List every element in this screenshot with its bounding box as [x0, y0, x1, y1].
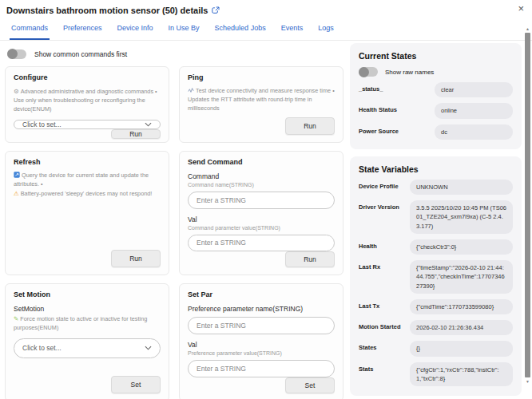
chevron-down-icon	[145, 122, 152, 127]
health-status-value: online	[435, 103, 513, 118]
tab-logs[interactable]: Logs	[316, 19, 335, 40]
signal-icon	[188, 87, 194, 93]
state-row: Health Status online	[359, 103, 513, 118]
command-field-hint: Command name(STRING)	[188, 182, 335, 188]
scroll-down-icon[interactable]: ▼	[524, 379, 531, 384]
pencil-icon: ✎	[14, 315, 18, 322]
warning-icon: ⚠	[14, 190, 19, 197]
dialog-header: Downstairs bathroom motion sensor (50) d…	[0, 0, 532, 18]
show-raw-names-toggle[interactable]	[359, 67, 378, 77]
external-link-icon[interactable]	[212, 6, 220, 14]
close-icon[interactable]: ×	[518, 3, 524, 14]
show-raw-names-label: Show raw names	[385, 69, 434, 76]
set-motion-select[interactable]: Click to set...	[14, 338, 161, 358]
refresh-title: Refresh	[14, 158, 161, 166]
send-command-title: Send Command	[188, 158, 335, 166]
refresh-description: Query the device for current state and u…	[14, 172, 161, 199]
chevron-down-icon	[145, 346, 152, 350]
set-par-set-button[interactable]: Set	[285, 377, 335, 393]
stats-value: {"cfgCtr":1,"rxCtr":788,"instCtr":1,"txC…	[410, 362, 513, 387]
ping-title: Ping	[188, 73, 335, 81]
send-command-run-button[interactable]: Run	[285, 251, 335, 267]
ping-run-button[interactable]: Run	[285, 117, 335, 135]
states-value: {}	[410, 341, 513, 356]
configure-description: ⚙Advanced administrative and diagnostic …	[14, 87, 161, 114]
last-tx-value: {"cmdTime":1770733599080}	[410, 299, 513, 314]
par-value-input[interactable]	[188, 360, 335, 377]
set-motion-title: Set Motion	[14, 290, 161, 298]
ping-card: Ping Test device connectivity and measur…	[179, 66, 343, 143]
command-field-label: Command	[188, 172, 335, 180]
state-variable-row: Last Rx {"timeStamp":"2026-02-10 21:44:4…	[359, 260, 513, 294]
vertical-scrollbar[interactable]: ▲ ▼	[524, 26, 531, 398]
set-motion-select-placeholder: Click to set...	[22, 344, 62, 352]
page-title: Downstairs bathroom motion sensor (50) d…	[6, 6, 208, 15]
last-rx-value: {"timeStamp":"2026-02-10 21:44:44.755","…	[410, 260, 513, 294]
set-motion-card: Set Motion SetMotion ✎Force motion state…	[5, 283, 169, 399]
command-cards-grid: Configure ⚙Advanced administrative and d…	[5, 66, 343, 399]
state-variable-row: Motion Started 2026-02-10 21:26:36.434	[359, 320, 513, 335]
tab-in-use-by[interactable]: In Use By	[167, 19, 201, 40]
driver-version-value: 3.5.5 2025/10/20 10:45 PM (TS0601_TZE204…	[410, 200, 513, 234]
par-name-input[interactable]	[188, 317, 335, 334]
par-val-hint: Preference parameter value(STRING)	[188, 350, 335, 356]
tab-preferences[interactable]: Preferences	[62, 19, 104, 40]
state-row: Power Source dc	[359, 124, 513, 140]
set-motion-description: ✎Force motion state to active or inactiv…	[14, 314, 161, 333]
val-field-hint: Command parameter value(STRING)	[188, 225, 335, 231]
set-motion-label: SetMotion	[14, 305, 161, 313]
scroll-up-icon[interactable]: ▲	[524, 26, 531, 31]
configure-card: Configure ⚙Advanced administrative and d…	[5, 66, 169, 143]
state-variable-row: Stats {"cfgCtr":1,"rxCtr":788,"instCtr":…	[359, 362, 513, 387]
set-par-card: Set Par Preference parameter name(STRING…	[179, 283, 343, 399]
tab-commands[interactable]: Commands	[10, 19, 50, 40]
configure-run-button[interactable]: Run	[111, 129, 161, 139]
scrollbar-thumb[interactable]	[525, 33, 530, 377]
par-name-label: Preference parameter name(STRING)	[188, 305, 335, 313]
refresh-icon	[14, 172, 20, 178]
show-common-commands-row: Show common commands first	[7, 48, 343, 60]
current-states-title: Current States	[359, 51, 513, 61]
configure-title: Configure	[14, 73, 161, 81]
set-par-title: Set Par	[188, 290, 335, 298]
state-variables-panel: State Variables Device Profile UNKNOWN D…	[350, 156, 522, 396]
send-command-card: Send Command Command Command name(STRING…	[179, 151, 343, 275]
state-variable-row: States {}	[359, 341, 513, 356]
show-common-commands-toggle[interactable]	[7, 49, 26, 59]
current-states-panel: Current States Show raw names _status_ c…	[350, 43, 522, 149]
state-variables-title: State Variables	[359, 164, 513, 174]
status-value: clear	[435, 82, 513, 97]
show-raw-names-row: Show raw names	[359, 67, 513, 77]
par-val-label: Val	[188, 341, 335, 349]
state-variable-row: Health {"checkCtr3":0}	[359, 239, 513, 255]
gear-icon: ⚙	[14, 88, 19, 95]
state-row: _status_ clear	[359, 82, 513, 97]
device-profile-value: UNKNOWN	[410, 180, 513, 195]
state-variable-row: Last Tx {"cmdTime":1770733599080}	[359, 299, 513, 314]
state-variable-row: Driver Version 3.5.5 2025/10/20 10:45 PM…	[359, 200, 513, 234]
show-common-commands-label: Show common commands first	[34, 50, 127, 58]
health-value: {"checkCtr3":0}	[410, 239, 513, 255]
set-motion-set-button[interactable]: Set	[111, 376, 161, 393]
tab-scheduled-jobs[interactable]: Scheduled Jobs	[213, 19, 268, 40]
content-area: Show common commands first Configure ⚙Ad…	[0, 41, 532, 399]
power-source-value: dc	[435, 124, 513, 140]
tab-bar: Commands Preferences Device Info In Use …	[0, 19, 532, 41]
commands-column: Show common commands first Configure ⚙Ad…	[5, 42, 343, 399]
val-field-label: Val	[188, 215, 335, 223]
motion-started-value: 2026-02-10 21:26:36.434	[410, 320, 513, 335]
tab-device-info[interactable]: Device Info	[116, 19, 155, 40]
command-name-input[interactable]	[188, 192, 335, 209]
states-column: Current States Show raw names _status_ c…	[350, 42, 522, 399]
command-value-input[interactable]	[188, 235, 335, 252]
configure-select-placeholder: Click to set...	[22, 120, 62, 128]
configure-select[interactable]: Click to set...	[14, 120, 161, 129]
refresh-run-button[interactable]: Run	[111, 250, 161, 267]
tab-events[interactable]: Events	[280, 19, 305, 40]
state-variable-row: Device Profile UNKNOWN	[359, 180, 513, 195]
refresh-card: Refresh Query the device for current sta…	[5, 151, 169, 275]
ping-description: Test device connectivity and measure res…	[188, 87, 335, 113]
